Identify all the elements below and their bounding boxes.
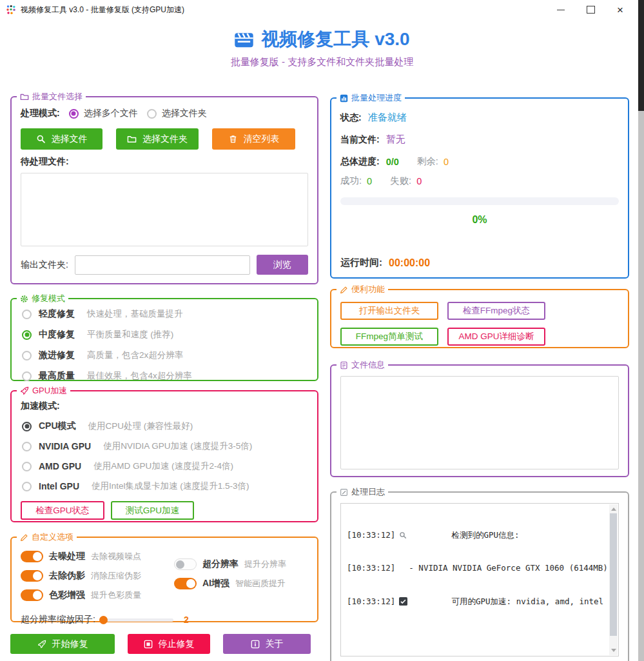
about-button[interactable]: 关于 [223,634,311,654]
log-line: [10:33:12] 可用的GPU加速: nvidia, amd, intel [347,574,604,629]
toggle-superres-switch[interactable] [174,558,197,570]
utilities-group: 便利功能 打开输出文件夹 检查FFmpeg状态 FFmpeg简单测试 AMD G… [330,289,629,348]
check-gpu-button[interactable]: 检查GPU状态 [21,501,104,520]
close-button[interactable]: × [605,0,635,19]
info-icon [251,640,260,649]
log-group: 处理日志 [10:33:12] 检测到的GPU信息: [10:33:12] - … [330,491,629,661]
pencil-icon [340,286,348,294]
window-title: 视频修复工具 v3.0 - 批量修复版 (支持GPU加速) [21,5,184,15]
radio-multiple-files-icon[interactable] [69,109,79,119]
progress-legend: 批量处理进度 [337,92,405,104]
radio-intel-icon[interactable] [22,482,32,491]
ffmpeg-test-button[interactable]: FFmpeg简单测试 [340,328,438,346]
mode-folder[interactable]: 选择文件夹 [147,108,207,119]
scale-factor-value: 2 [184,615,189,625]
log-scrollbar-thumb[interactable] [610,513,617,636]
gear-icon [20,295,28,303]
log-line: [10:33:12] 检测到的GPU信息: [347,508,604,562]
maximize-button[interactable] [576,0,605,19]
radio-nvidia-icon[interactable] [22,442,32,451]
radio-best-icon[interactable] [22,371,32,381]
output-folder-input[interactable] [75,255,250,275]
repair-option-medium[interactable]: 中度修复 平衡质量和速度 (推荐) [22,329,307,340]
stop-icon [144,640,153,649]
page-subtitle: 批量修复版 - 支持多文件和文件夹批量处理 [0,56,644,68]
check-ffmpeg-button[interactable]: 检查FFmpeg状态 [447,302,545,320]
select-files-button[interactable]: 选择文件 [21,128,102,150]
gpu-option-intel[interactable]: Intel GPU 使用Intel集成显卡加速 (速度提升1.5-3倍) [22,480,307,492]
toggle-denoise[interactable]: 去噪处理 去除视频噪点 [21,551,174,562]
test-gpu-button[interactable]: 测试GPU加速 [111,501,194,520]
minimize-button[interactable] [546,0,576,19]
radio-folder-icon[interactable] [147,109,157,119]
success-value: 0 [367,176,372,186]
pending-files-list[interactable] [21,173,308,246]
checked-checkbox-icon [399,574,447,629]
log-scrollbar[interactable] [609,504,618,655]
open-output-folder-button[interactable]: 打开输出文件夹 [340,302,438,320]
app-icon [6,5,16,15]
log-box[interactable]: [10:33:12] 检测到的GPU信息: [10:33:12] - NVIDI… [340,503,619,656]
log-line: [10:33:12] - NVIDIA NVIDIA GeForce GTX 1… [347,562,604,574]
file-info-group: 文件信息 [330,364,629,477]
radio-medium-icon[interactable] [22,330,32,340]
custom-options-legend: 自定义选项 [17,531,77,543]
stop-repair-button[interactable]: 停止修复 [128,634,210,654]
gpu-legend: GPU加速 [17,385,70,397]
file-info-box[interactable] [340,376,619,469]
toggle-ai-enhance[interactable]: AI增强 智能画质提升 [174,578,286,589]
status-label: 状态: [340,112,362,124]
clear-list-button[interactable]: 清空列表 [212,128,295,150]
scale-factor-slider[interactable] [101,618,173,622]
window-scrollbar-thumb[interactable] [638,0,644,111]
slider-thumb[interactable] [99,616,108,624]
toggle-deartifact[interactable]: 去除伪影 消除压缩伪影 [21,570,174,582]
file-info-legend: 文件信息 [337,359,388,371]
radio-amd-icon[interactable] [22,462,32,471]
repair-option-light[interactable]: 轻度修复 快速处理，基础质量提升 [22,308,307,320]
progress-percent: 0% [340,214,619,226]
toggle-ai-enhance-switch[interactable] [174,578,197,589]
toggle-denoise-switch[interactable] [21,551,43,562]
status-value: 准备就绪 [368,112,407,124]
remaining-label: 剩余: [417,155,438,168]
toggle-superres[interactable]: 超分辨率 提升分辨率 [174,558,286,570]
radio-light-icon[interactable] [22,310,32,319]
trash-icon [228,134,238,144]
gpu-group: GPU加速 加速模式: CPU模式 使用CPU处理 (兼容性最好) NVIDIA… [10,390,318,522]
start-repair-button[interactable]: 开始修复 [10,634,115,654]
accel-mode-label: 加速模式: [21,400,308,412]
fail-label: 失败: [390,175,411,187]
toggle-deartifact-switch[interactable] [21,570,43,582]
toggle-color-enhance-switch[interactable] [21,589,43,601]
mode-multiple-files[interactable]: 选择多个文件 [69,108,138,119]
repair-option-best[interactable]: 最高质量 最佳效果，包含4x超分辨率 [22,370,307,382]
scroll-up-arrow-icon[interactable] [611,508,616,511]
toggle-color-enhance[interactable]: 色彩增强 提升色彩质量 [21,589,174,601]
radio-aggressive-icon[interactable] [22,351,32,360]
output-folder-label: 输出文件夹: [21,259,68,271]
custom-options-group: 自定义选项 去噪处理 去除视频噪点 去除伪影 消除压缩伪影 色彩增强 提升色彩质… [10,537,318,622]
repair-option-aggressive[interactable]: 激进修复 高质量，包含2x超分辨率 [22,350,307,361]
rocket-icon [37,640,46,649]
gpu-option-nvidia[interactable]: NVIDIA GPU 使用NVIDIA GPU加速 (速度提升3-5倍) [22,440,307,452]
scale-factor-label: 超分辨率缩放因子: [21,614,95,626]
amd-gpu-diagnose-button[interactable]: AMD GPU详细诊断 [447,328,545,346]
utilities-legend: 便利功能 [337,284,388,295]
progress-group: 批量处理进度 状态: 准备就绪 当前文件: 暂无 总体进度: 0/0 剩余: 0… [330,97,629,279]
select-folder-button[interactable]: 选择文件夹 [116,128,199,150]
pending-files-label: 待处理文件: [21,156,308,168]
scroll-down-arrow-icon[interactable] [611,649,616,652]
remaining-value: 0 [444,157,449,167]
current-file-label: 当前文件: [340,134,380,146]
gpu-option-amd[interactable]: AMD GPU 使用AMD GPU加速 (速度提升2-4倍) [22,460,307,472]
window-scrollbar[interactable] [638,0,644,661]
minimize-icon [557,10,565,10]
runtime-value: 00:00:00 [389,257,430,269]
pencil-icon [20,533,28,542]
browse-button[interactable]: 浏览 [257,255,308,275]
gpu-option-cpu[interactable]: CPU模式 使用CPU处理 (兼容性最好) [22,420,307,432]
file-selection-group: 批量文件选择 处理模式: 选择多个文件 选择文件夹 选择文件 [10,96,318,284]
clapperboard-icon [234,30,254,50]
radio-cpu-icon[interactable] [22,422,32,431]
